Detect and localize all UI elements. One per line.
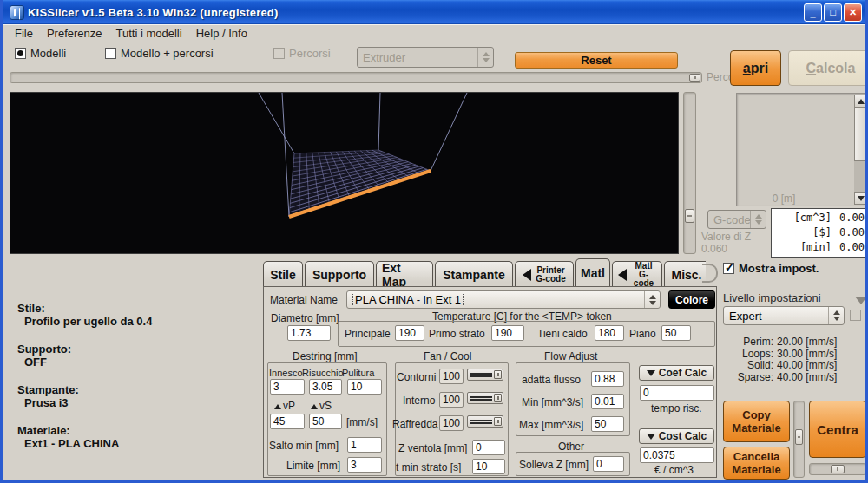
z-preview-slider-handle[interactable] bbox=[685, 209, 694, 223]
flow-max-input[interactable]: 50 bbox=[591, 416, 624, 432]
contorni-label: Contorni bbox=[397, 371, 436, 383]
tab-matl[interactable]: Matl bbox=[575, 258, 610, 287]
colore-button[interactable]: Colore bbox=[668, 290, 715, 309]
speed-perim-label: Perim: bbox=[720, 336, 773, 349]
settings-tabstrip: Stile Supporto Ext Map Stampante Printer… bbox=[263, 258, 706, 287]
raffredda-slider[interactable] bbox=[467, 415, 503, 428]
material-vertical-slider[interactable] bbox=[793, 401, 805, 478]
paths-scrollbar[interactable] bbox=[854, 95, 867, 205]
material-settings-panel: Material Name PLA CHINA - in Ext 1 Color… bbox=[263, 286, 717, 478]
stat-volume-value: 0.00 bbox=[832, 211, 865, 225]
piano-input[interactable]: 50 bbox=[661, 325, 691, 341]
raffredda-label: Raffredda bbox=[392, 418, 437, 430]
material-name-select[interactable]: PLA CHINA - in Ext 1 bbox=[346, 290, 661, 309]
close-button[interactable]: ✕ bbox=[844, 3, 862, 22]
contorni-slider[interactable] bbox=[467, 369, 503, 381]
coef-calc-button[interactable]: Coef Calc bbox=[639, 365, 714, 381]
radio-modelli[interactable]: Modelli bbox=[15, 47, 66, 60]
up-arrow-icon bbox=[274, 404, 281, 409]
livello-select[interactable]: Expert bbox=[723, 306, 845, 325]
mostra-impost-checkbox[interactable]: Mostra impost. bbox=[723, 262, 819, 275]
limite-input[interactable]: 3 bbox=[347, 457, 382, 473]
z-value-label: Valore di Z bbox=[701, 231, 751, 243]
fan-cool-heading: Fan / Cool bbox=[424, 350, 471, 362]
piano-label: Piano bbox=[629, 328, 656, 340]
minimize-button[interactable]: _ bbox=[804, 3, 822, 22]
flow-min-input[interactable]: 0.01 bbox=[591, 394, 624, 409]
checkbox-modello-percorsi[interactable]: Modello + percorsi bbox=[105, 47, 214, 60]
interno-slider[interactable] bbox=[467, 392, 503, 404]
menu-help-info[interactable]: Help / Info bbox=[193, 25, 258, 42]
contorni-value[interactable]: 100 bbox=[439, 369, 464, 384]
tab-printer-gcode[interactable]: PrinterG-code bbox=[515, 261, 574, 287]
diametro-input[interactable]: 1.73 bbox=[287, 325, 331, 341]
menu-preferenze[interactable]: Preferenze bbox=[43, 25, 113, 42]
centra-horizontal-slider[interactable] bbox=[809, 463, 866, 475]
tab-stile[interactable]: Stile bbox=[263, 261, 303, 287]
cancella-materiale-button[interactable]: CancellaMateriale bbox=[723, 447, 790, 480]
radio-indicator bbox=[15, 48, 26, 59]
down-arrow-icon[interactable] bbox=[855, 297, 867, 304]
tab-stampante[interactable]: Stampante bbox=[435, 261, 513, 287]
scroll-up-icon[interactable] bbox=[854, 95, 867, 108]
innesco-input[interactable]: 3 bbox=[270, 379, 305, 395]
slider-handle[interactable] bbox=[494, 394, 502, 402]
z-ventola-input[interactable]: 0 bbox=[472, 440, 505, 455]
primo-strato-label: Primo strato bbox=[429, 328, 485, 340]
apri-button[interactable]: apri bbox=[730, 50, 781, 86]
speed-solid-value: 40.00 [mm/s] bbox=[777, 360, 837, 372]
slider-handle[interactable] bbox=[494, 417, 502, 426]
cost-calc-button[interactable]: Cost Calc bbox=[639, 428, 714, 444]
tab-misc[interactable]: Misc. bbox=[664, 261, 706, 287]
vs-input[interactable]: 50 bbox=[309, 414, 342, 429]
down-arrow-icon bbox=[647, 370, 655, 376]
interno-value[interactable]: 100 bbox=[439, 392, 464, 408]
material-name-label: Material Name bbox=[270, 294, 338, 306]
spinner-icon bbox=[750, 211, 766, 228]
principale-input[interactable]: 190 bbox=[395, 325, 424, 341]
tab-ext-map[interactable]: Ext Map bbox=[376, 261, 433, 287]
raffredda-value[interactable]: 100 bbox=[439, 415, 464, 431]
scroll-down-icon[interactable] bbox=[854, 192, 867, 205]
spinner-icon bbox=[477, 48, 493, 67]
title-bar[interactable]: KISSlicer v1.5 Beta 3.10 Win32 (unregist… bbox=[3, 0, 865, 24]
radio-modelli-label: Modelli bbox=[30, 47, 66, 60]
primo-strato-input[interactable]: 190 bbox=[491, 325, 524, 341]
tab-matl-gcode[interactable]: MatlG-code bbox=[612, 261, 662, 287]
maximize-button[interactable]: □ bbox=[824, 3, 842, 22]
speed-solid-label: Solid: bbox=[720, 360, 773, 372]
tieni-caldo-input[interactable]: 180 bbox=[595, 325, 624, 341]
summary-stampante-value: Prusa i3 bbox=[17, 396, 260, 409]
scrollbar-thumb[interactable] bbox=[854, 108, 867, 161]
summary-supporto-title: Supporto: bbox=[17, 343, 260, 356]
reset-button[interactable]: Reset bbox=[515, 52, 678, 69]
risucchio-input[interactable]: 3.05 bbox=[309, 379, 342, 395]
slider-handle[interactable] bbox=[831, 465, 845, 473]
slider-handle[interactable] bbox=[795, 429, 803, 445]
z-preview-slider[interactable] bbox=[683, 92, 696, 254]
cost-calc-input[interactable]: 0.0375 bbox=[640, 447, 714, 463]
adatta-flusso-input[interactable]: 0.88 bbox=[591, 371, 624, 387]
viewport-3d[interactable] bbox=[10, 92, 679, 254]
window-title: KISSlicer v1.5 Beta 3.10 Win32 (unregist… bbox=[28, 6, 279, 19]
menu-tutti-i-modelli[interactable]: Tutti i modelli bbox=[113, 25, 193, 42]
vp-input[interactable]: 45 bbox=[270, 414, 305, 429]
calcola-button: Calcola bbox=[788, 50, 868, 86]
coef-calc-input[interactable]: 0 bbox=[640, 385, 714, 401]
speed-loops-value: 30.00 [mm/s] bbox=[777, 349, 837, 361]
paths-slider-handle[interactable] bbox=[689, 74, 700, 82]
t-min-strato-input[interactable]: 10 bbox=[472, 459, 505, 474]
gcode-select: G-code bbox=[707, 210, 766, 229]
pulitura-input[interactable]: 10 bbox=[347, 379, 382, 395]
centra-button[interactable]: Centra bbox=[809, 401, 866, 458]
tab-overflow-indicator bbox=[702, 264, 718, 283]
copy-materiale-button[interactable]: CopyMateriale bbox=[723, 401, 790, 442]
solleva-z-input[interactable]: 0 bbox=[593, 456, 624, 472]
salto-min-input[interactable]: 1 bbox=[347, 437, 382, 453]
tab-supporto[interactable]: Supporto bbox=[305, 261, 374, 287]
slider-handle[interactable] bbox=[494, 370, 502, 379]
menu-file[interactable]: File bbox=[11, 25, 43, 42]
adatta-flusso-label: adatta flusso bbox=[522, 374, 581, 386]
gcode-select-value: G-code bbox=[708, 213, 750, 226]
paths-slider[interactable] bbox=[10, 72, 702, 83]
